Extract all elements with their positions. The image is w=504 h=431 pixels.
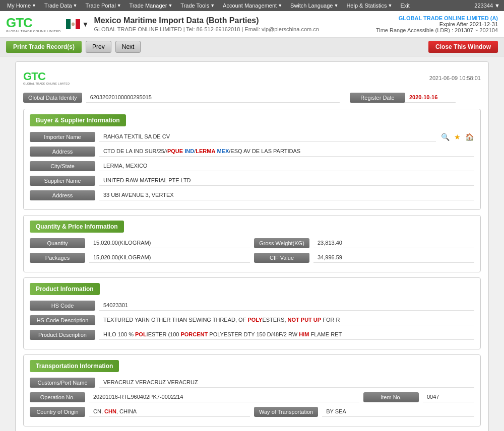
nav-account-management[interactable]: Account Management ▼ bbox=[220, 2, 285, 10]
prod-desc-label: Product Description bbox=[30, 330, 95, 340]
way-value: BY SEA bbox=[322, 406, 474, 417]
buyer-supplier-section: Buyer & Supplier Information Importer Na… bbox=[23, 109, 481, 210]
country-label: Country of Origin bbox=[30, 407, 85, 417]
close-button-top[interactable]: Close This Window bbox=[428, 41, 498, 53]
supplier-value: UNITED RAW MATERIAL PTE LTD bbox=[99, 175, 474, 186]
expire-date: Expire After 2021-12-31 bbox=[376, 21, 498, 27]
page-title: Mexico Maritime Import Data (Both Partie… bbox=[94, 16, 319, 25]
global-data-row: Global Data Identity 6203202010000029501… bbox=[23, 92, 481, 103]
nav-trade-tools[interactable]: Trade Tools ▼ bbox=[177, 2, 218, 10]
register-date-label: Register Date bbox=[350, 93, 405, 103]
transportation-section: Transportation Information Customs/Port … bbox=[23, 354, 481, 426]
prod-desc-value: HILO 100 % POLIESTER (100 PORCENT POLYES… bbox=[99, 329, 474, 340]
nav-items: My Home ▼ Trade Data ▼ Trade Portal ▼ Tr… bbox=[4, 2, 413, 10]
country-value: CN, CHN, CHINA bbox=[89, 406, 250, 417]
svg-rect-0 bbox=[66, 19, 71, 29]
gross-weight-label: Gross Weight(KG) bbox=[254, 238, 309, 248]
nav-trade-data[interactable]: Trade Data ▼ bbox=[41, 2, 81, 10]
nav-help-statistics[interactable]: Help & Statistics ▼ bbox=[343, 2, 395, 10]
cif-label: CIF Value bbox=[254, 253, 309, 263]
card-gtc-logo: GTC GLOBAL TRADE ONLINE LIMITED bbox=[23, 70, 70, 85]
logo-letters: GTC bbox=[6, 16, 32, 29]
gross-weight-value: 23,813.40 bbox=[313, 238, 474, 248]
quantity-price-section: Quantity & Price Information Quantity 15… bbox=[23, 215, 481, 272]
product-header: Product Information bbox=[30, 283, 100, 295]
prod-desc-row: Product Description HILO 100 % POLIESTER… bbox=[30, 329, 474, 340]
packages-cif-row: Packages 15,020.00(KILOGRAM) CIF Value 3… bbox=[30, 252, 474, 263]
item-value: 0047 bbox=[423, 392, 474, 402]
city-label: City/State bbox=[30, 161, 95, 171]
nav-my-home[interactable]: My Home ▼ bbox=[4, 2, 39, 10]
product-section: Product Information HS Code 54023301 HS … bbox=[23, 277, 481, 349]
gross-weight-pair: Gross Weight(KG) 23,813.40 bbox=[254, 238, 474, 248]
address2-label: Address bbox=[30, 190, 95, 200]
prev-button-top[interactable]: Prev bbox=[86, 41, 111, 53]
page-subtitle: GLOBAL TRADE ONLINE LIMITED | Tel: 86-51… bbox=[94, 26, 319, 32]
record-card: GTC GLOBAL TRADE ONLINE LIMITED 2021-06-… bbox=[15, 61, 489, 431]
nav-switch-language[interactable]: Switch Language ▼ bbox=[287, 2, 341, 10]
packages-label: Packages bbox=[30, 253, 85, 263]
cif-value: 34,996.59 bbox=[313, 252, 474, 263]
quantity-label: Quantity bbox=[30, 238, 85, 248]
address2-row: Address 33 UBI AVENUE 3, VERTEX bbox=[30, 190, 474, 200]
customs-label: Customs/Port Name bbox=[30, 378, 95, 388]
customs-value: VERACRUZ VERACRUZ VERACRUZ bbox=[99, 377, 474, 388]
flag-dropdown[interactable]: ▼ bbox=[82, 20, 89, 28]
main-content: GTC GLOBAL TRADE ONLINE LIMITED 2021-06-… bbox=[0, 56, 504, 431]
hs-code-value: 54023301 bbox=[99, 300, 474, 311]
nav-trade-manager[interactable]: Trade Manager ▼ bbox=[127, 2, 176, 10]
operation-item-row: Operation No. 20201016-RTE960402PK7-0002… bbox=[30, 392, 474, 402]
page-header: GTC GLOBAL TRADE ONLINE LIMITED ▼ Mexico… bbox=[0, 11, 504, 38]
nav-exit[interactable]: Exit bbox=[397, 2, 412, 10]
item-label: Item No. bbox=[363, 392, 419, 402]
hs-desc-label: HS Code Description bbox=[30, 315, 95, 325]
card-header: GTC GLOBAL TRADE ONLINE LIMITED 2021-06-… bbox=[23, 69, 481, 86]
importer-name-row: Importer Name RAHGA TEXTIL SA DE CV 🔍 ★ … bbox=[30, 131, 474, 142]
page-title-block: Mexico Maritime Import Data (Both Partie… bbox=[94, 16, 319, 32]
user-id: 223344 ▼ bbox=[474, 3, 500, 9]
company-link[interactable]: GLOBAL TRADE ONLINE LIMITED (A) bbox=[399, 15, 498, 21]
register-date-value: 2020-10-16 bbox=[405, 92, 456, 103]
city-value: LERMA, MEXICO bbox=[99, 161, 474, 171]
supplier-label: Supplier Name bbox=[30, 176, 95, 186]
header-left: GTC GLOBAL TRADE ONLINE LIMITED ▼ Mexico… bbox=[6, 16, 319, 33]
logo-subtitle: GLOBAL TRADE ONLINE LIMITED bbox=[6, 30, 61, 33]
top-navigation: My Home ▼ Trade Data ▼ Trade Portal ▼ Tr… bbox=[0, 0, 504, 11]
global-data-label: Global Data Identity bbox=[23, 93, 82, 103]
quantity-pair: Quantity 15,020.00(KILOGRAM) bbox=[30, 238, 250, 248]
transportation-header: Transportation Information bbox=[30, 360, 119, 372]
country-way-row: Country of Origin CN, CHN, CHINA Way of … bbox=[30, 406, 474, 417]
card-date: 2021-06-09 10:58:01 bbox=[429, 75, 481, 81]
header-right: GLOBAL TRADE ONLINE LIMITED (A) Expire A… bbox=[376, 15, 498, 33]
hs-code-row: HS Code 54023301 bbox=[30, 300, 474, 311]
way-pair: Way of Transportation BY SEA bbox=[254, 406, 474, 417]
operation-value: 20201016-RTE960402PK7-0002214 bbox=[89, 392, 359, 402]
quantity-value: 15,020.00(KILOGRAM) bbox=[89, 238, 250, 248]
customs-row: Customs/Port Name VERACRUZ VERACRUZ VERA… bbox=[30, 377, 474, 388]
quantity-price-header: Quantity & Price Information bbox=[30, 221, 124, 233]
country-pair: Country of Origin CN, CHN, CHINA bbox=[30, 406, 250, 417]
address2-value: 33 UBI AVENUE 3, VERTEX bbox=[99, 190, 474, 200]
search-icon[interactable]: 🔍 bbox=[440, 132, 450, 142]
buyer-supplier-header: Buyer & Supplier Information bbox=[30, 114, 126, 126]
star-icon[interactable]: ★ bbox=[452, 132, 462, 142]
operation-label: Operation No. bbox=[30, 392, 85, 402]
importer-value: RAHGA TEXTIL SA DE CV bbox=[99, 131, 436, 142]
global-data-pair: Global Data Identity 6203202010000029501… bbox=[23, 92, 340, 103]
operation-pair: Operation No. 20201016-RTE960402PK7-0002… bbox=[30, 392, 359, 402]
quantity-gross-row: Quantity 15,020.00(KILOGRAM) Gross Weigh… bbox=[30, 238, 474, 248]
print-button-top[interactable]: Print Trade Record(s) bbox=[6, 41, 82, 53]
hs-desc-row: HS Code Description TEXTURED YARN OTHER … bbox=[30, 315, 474, 325]
next-button-top[interactable]: Next bbox=[115, 41, 141, 53]
time-range: Time Range Accessible (LDR) : 201307 ~ 2… bbox=[376, 27, 498, 33]
supplier-name-row: Supplier Name UNITED RAW MATERIAL PTE LT… bbox=[30, 175, 474, 186]
home-icon[interactable]: 🏠 bbox=[464, 132, 474, 142]
card-logo-subtitle: GLOBAL TRADE ONLINE LIMITED bbox=[23, 82, 70, 85]
flag-box: ▼ bbox=[66, 19, 89, 29]
hs-desc-value: TEXTURED YARN OTHER THAN SEWING THREAD, … bbox=[99, 315, 474, 325]
way-label: Way of Transportation bbox=[254, 407, 318, 417]
nav-trade-portal[interactable]: Trade Portal ▼ bbox=[83, 2, 124, 10]
cif-pair: CIF Value 34,996.59 bbox=[254, 252, 474, 263]
city-state-row: City/State LERMA, MEXICO bbox=[30, 161, 474, 171]
register-date-pair: Register Date 2020-10-16 bbox=[350, 92, 481, 103]
